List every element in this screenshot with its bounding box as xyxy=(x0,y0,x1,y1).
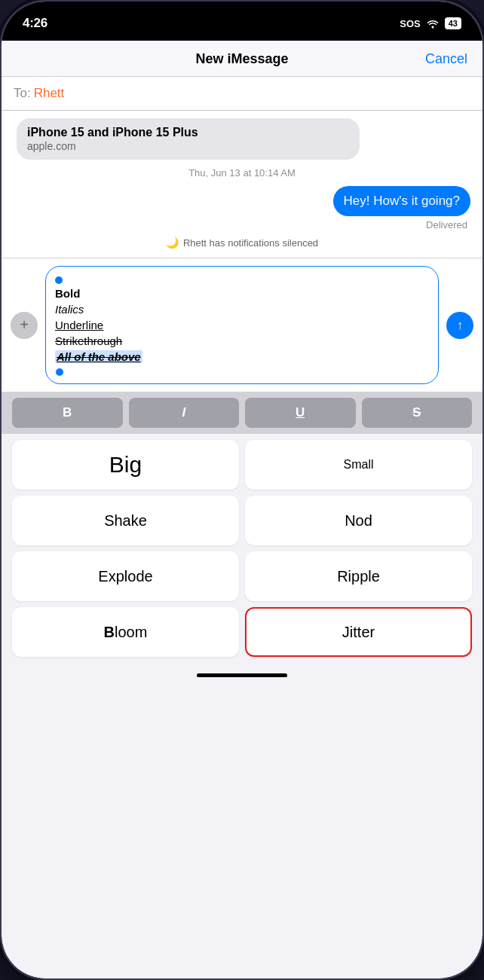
effect-small-label: Small xyxy=(343,458,373,472)
recipient-name: Rhett xyxy=(34,86,65,101)
phone-frame: 4:26 SOS 43 New iMessage Cancel xyxy=(0,0,484,980)
status-time: 4:26 xyxy=(23,16,47,31)
input-area: + Bold Italics Underline Strikethrough A… xyxy=(2,258,482,392)
old-message-title: iPhone 15 and iPhone 15 Plus xyxy=(27,126,349,139)
delivered-label: Delivered xyxy=(14,219,470,230)
effect-bloom-label: Bloom xyxy=(104,624,148,641)
format-toolbar: B I U S xyxy=(2,392,482,434)
effect-big-label: Big xyxy=(109,452,142,478)
input-line-strikethrough: Strikethrough xyxy=(55,334,122,347)
sent-text: Hey! How's it going? xyxy=(344,194,460,208)
input-line-all: All of the above xyxy=(55,350,142,363)
battery-indicator: 43 xyxy=(445,17,461,29)
home-indicator xyxy=(197,673,287,677)
format-italic-label: I xyxy=(182,405,185,420)
format-italic-button[interactable]: I xyxy=(129,398,240,428)
format-underline-button[interactable]: U xyxy=(245,398,356,428)
sent-bubble: Hey! How's it going? xyxy=(333,186,470,216)
old-message-sub: apple.com xyxy=(27,140,349,152)
input-line-bold: Bold xyxy=(55,287,80,300)
effect-explode-button[interactable]: Explode xyxy=(12,551,239,601)
messages-area: iPhone 15 and iPhone 15 Plus apple.com T… xyxy=(2,111,482,258)
effect-nod-button[interactable]: Nod xyxy=(245,496,472,545)
format-underline-label: U xyxy=(296,405,305,420)
message-timestamp: Thu, Jun 13 at 10:14 AM xyxy=(14,167,470,179)
to-label: To: xyxy=(14,86,31,101)
old-message-bubble: iPhone 15 and iPhone 15 Plus apple.com xyxy=(17,118,360,160)
effect-explode-label: Explode xyxy=(98,568,152,585)
dynamic-island xyxy=(201,9,283,32)
effect-jitter-button[interactable]: Jitter xyxy=(245,607,472,657)
effects-grid: Big Small Shake Nod Explode Ripple xyxy=(2,434,482,663)
nav-title: New iMessage xyxy=(195,51,288,67)
effect-ripple-label: Ripple xyxy=(337,568,380,585)
effect-shake-button[interactable]: Shake xyxy=(12,496,239,545)
to-field[interactable]: To: Rhett xyxy=(2,77,482,111)
sos-label: SOS xyxy=(400,18,420,29)
effect-nod-label: Nod xyxy=(345,512,372,530)
cancel-button[interactable]: Cancel xyxy=(425,51,467,67)
selection-handle-left xyxy=(55,276,63,284)
format-strikethrough-button[interactable]: S xyxy=(362,398,473,428)
add-button[interactable]: + xyxy=(11,312,38,339)
effect-shake-label: Shake xyxy=(104,512,147,530)
input-line-underline: Underline xyxy=(55,319,103,331)
wifi-icon xyxy=(426,18,440,29)
add-icon: + xyxy=(20,316,29,334)
phone-screen: 4:26 SOS 43 New iMessage Cancel xyxy=(2,2,482,978)
format-strikethrough-label: S xyxy=(412,405,421,420)
input-line-italic: Italics xyxy=(55,303,84,316)
nav-bar: New iMessage Cancel xyxy=(2,41,482,77)
sent-message-row: Hey! How's it going? xyxy=(14,186,470,216)
effect-ripple-button[interactable]: Ripple xyxy=(245,551,472,601)
effect-big-button[interactable]: Big xyxy=(12,440,239,490)
effect-jitter-label: Jitter xyxy=(342,624,375,641)
moon-icon: 🌙 xyxy=(166,237,179,249)
effect-bloom-button[interactable]: Bloom xyxy=(12,607,239,657)
silenced-text: Rhett has notifications silenced xyxy=(183,237,318,249)
input-content: Bold Italics Underline Strikethrough All… xyxy=(55,285,429,365)
format-bold-button[interactable]: B xyxy=(12,398,123,428)
battery-level: 43 xyxy=(445,17,461,29)
send-icon: ↑ xyxy=(457,319,463,332)
format-bold-label: B xyxy=(63,405,72,420)
send-button[interactable]: ↑ xyxy=(446,312,473,339)
effect-small-button[interactable]: Small xyxy=(245,440,472,490)
silenced-notice: 🌙 Rhett has notifications silenced xyxy=(14,237,470,249)
selection-handle-right xyxy=(56,368,63,376)
text-input[interactable]: Bold Italics Underline Strikethrough All… xyxy=(45,266,439,384)
